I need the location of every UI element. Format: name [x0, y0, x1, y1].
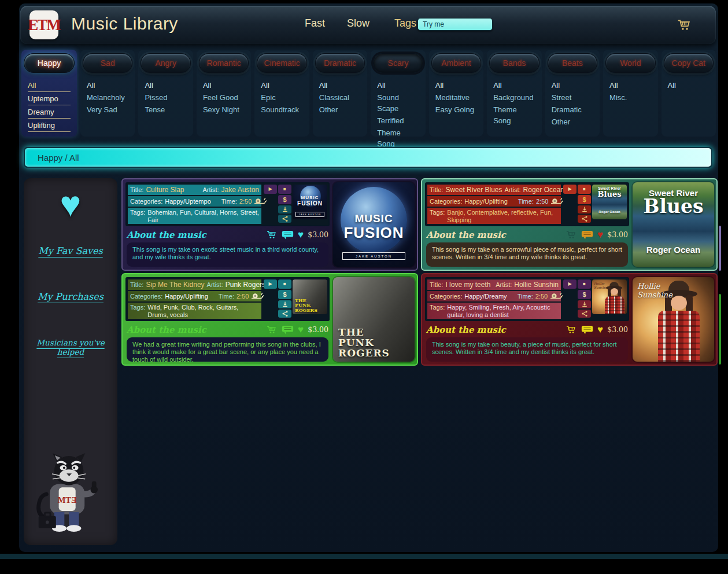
add-to-cart-icon[interactable] [265, 324, 278, 335]
category-tab-happy[interactable]: Happy [24, 53, 75, 73]
category-tab-scary[interactable]: Scary [373, 53, 423, 73]
share-button[interactable] [578, 310, 591, 318]
favorite-heart-icon[interactable]: ♥ [298, 230, 304, 240]
stop-button[interactable]: ■ [278, 279, 291, 289]
category-item[interactable]: All [609, 80, 651, 91]
download-button[interactable] [278, 205, 291, 214]
song-header: Title: Culture Slap Artist: Jake Auston … [125, 182, 330, 226]
price-button[interactable]: $ [278, 195, 291, 204]
album-thumbnail[interactable]: Hollie Sunshine [592, 279, 627, 314]
album-art[interactable]: MUSIC FUSION JAKE AUSTON [333, 182, 415, 267]
download-button[interactable] [578, 300, 591, 308]
album-art[interactable]: THEPUNKROGERS [333, 277, 415, 362]
share-button[interactable] [278, 310, 291, 318]
comment-icon[interactable] [282, 325, 294, 334]
price-button[interactable]: $ [578, 195, 591, 204]
category-item[interactable]: All [145, 80, 186, 91]
song-categories: Happy/Uptempo [165, 198, 211, 205]
category-item[interactable]: Other [552, 116, 593, 127]
category-item[interactable]: All [203, 80, 245, 91]
category-tab-bands[interactable]: Bands [489, 53, 539, 73]
plaid-shirt-art [605, 296, 624, 314]
album-thumbnail[interactable]: MUSIC FUSION JAKE AUSTON [293, 185, 327, 219]
category-tab-beats[interactable]: Beats [548, 53, 597, 73]
category-tab-romantic[interactable]: Romantic [199, 53, 249, 73]
category-item[interactable]: Uptempo [28, 93, 71, 105]
category-item[interactable]: Misc. [609, 92, 651, 103]
category-item[interactable]: All [87, 80, 128, 91]
category-item[interactable]: Sexy Night [203, 104, 245, 115]
category-item[interactable]: All [493, 80, 535, 91]
category-column-ambient: Ambient All Meditative Easy Going [429, 50, 483, 137]
category-item[interactable]: Other [319, 104, 361, 115]
add-to-cart-icon[interactable] [265, 229, 278, 240]
category-tab-world[interactable]: World [605, 53, 655, 73]
category-item[interactable]: Theme Song [493, 104, 535, 126]
category-tab-dramatic[interactable]: Dramatic [315, 53, 365, 73]
category-item[interactable]: Tense [145, 104, 186, 115]
favorite-heart-icon[interactable]: ♥ [597, 325, 603, 334]
category-tab-cinematic[interactable]: Cinematic [257, 53, 306, 73]
favorite-heart-icon[interactable]: ♥ [597, 230, 603, 240]
add-to-cart-icon[interactable] [565, 229, 577, 240]
nav-item-fast[interactable]: Fast [305, 17, 325, 30]
category-item[interactable]: Theme Song [377, 127, 419, 149]
play-button[interactable]: ▶ [264, 279, 277, 289]
category-tab-copycat[interactable]: Copy Cat [664, 53, 714, 73]
comment-icon[interactable] [581, 325, 593, 334]
album-artist: Roger Ocean [633, 245, 714, 255]
cart-icon[interactable] [677, 17, 692, 32]
category-item[interactable]: All [319, 80, 361, 91]
link-my-purchases[interactable]: My Purchases [24, 291, 117, 302]
category-tab-ambient[interactable]: Ambient [431, 53, 481, 73]
category-item[interactable]: Soundtrack [261, 104, 302, 115]
download-button[interactable] [278, 300, 291, 308]
category-item[interactable]: Very Sad [87, 104, 128, 115]
category-item[interactable]: Dreamy [28, 106, 71, 119]
category-item[interactable]: Terrified [377, 115, 419, 126]
category-item[interactable]: Pissed [145, 92, 186, 103]
album-art[interactable]: Hollie Sunshine [633, 277, 714, 362]
category-item[interactable]: All [261, 80, 302, 91]
stop-button[interactable]: ■ [578, 185, 591, 194]
category-item[interactable]: All [377, 80, 419, 91]
link-musicians-helped[interactable]: Musicians you've helped [24, 338, 117, 356]
category-item[interactable]: Feel Good [203, 92, 245, 103]
category-item[interactable]: All [28, 80, 71, 92]
category-item[interactable]: Uplifting [28, 120, 71, 132]
category-item[interactable]: Epic [261, 92, 302, 103]
category-tab-sad[interactable]: Sad [83, 53, 132, 73]
share-button[interactable] [278, 215, 291, 223]
play-button[interactable]: ▶ [563, 279, 577, 289]
price-button[interactable]: $ [578, 290, 591, 299]
comment-icon[interactable] [581, 230, 593, 240]
category-item[interactable]: All [668, 80, 709, 91]
share-button[interactable] [578, 215, 591, 223]
category-item[interactable]: Sound Scape [377, 92, 419, 114]
download-button[interactable] [578, 205, 591, 214]
play-button[interactable]: ▶ [563, 185, 577, 194]
category-item[interactable]: Street [552, 92, 593, 103]
category-tab-angry[interactable]: Angry [141, 53, 190, 73]
album-thumbnail[interactable]: Sweet River Blues Roger Ocean [592, 185, 627, 219]
category-item[interactable]: Background [493, 92, 535, 103]
category-item[interactable]: Easy Going [435, 104, 477, 115]
nav-item-slow[interactable]: Slow [347, 17, 369, 30]
category-item[interactable]: Dramatic [552, 104, 593, 115]
add-to-cart-icon[interactable] [565, 324, 577, 335]
album-art[interactable]: Sweet River Blues Roger Ocean [633, 182, 714, 267]
stop-button[interactable]: ■ [578, 279, 591, 289]
play-button[interactable]: ▶ [264, 185, 277, 194]
link-my-fav-saves[interactable]: My Fav Saves [24, 245, 117, 256]
comment-icon[interactable] [282, 230, 294, 240]
category-item[interactable]: Melancholy [87, 92, 128, 103]
price-button[interactable]: $ [278, 290, 291, 299]
category-item[interactable]: All [435, 80, 477, 91]
category-item[interactable]: Classical [319, 92, 361, 103]
stop-button[interactable]: ■ [278, 185, 291, 194]
tags-search-input[interactable] [417, 18, 493, 31]
category-item[interactable]: Meditative [435, 92, 477, 103]
album-thumbnail[interactable]: THEPUNKROGERS [293, 279, 327, 314]
category-item[interactable]: All [552, 80, 593, 91]
favorite-heart-icon[interactable]: ♥ [298, 325, 304, 334]
